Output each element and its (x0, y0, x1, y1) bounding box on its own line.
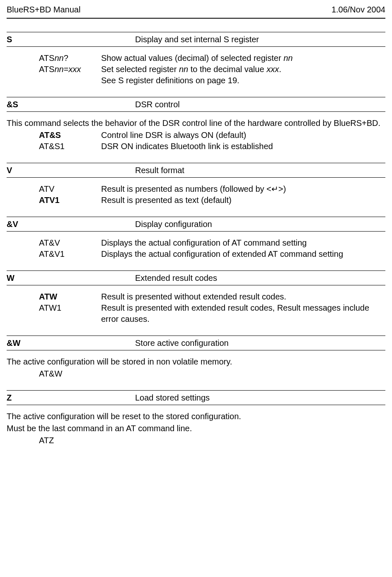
cmd-desc: Result is presented without extended res… (101, 291, 385, 302)
cmd-blank (39, 75, 101, 86)
cmd-atw: ATW (39, 291, 101, 302)
cmd-desc: Set selected register nn to the decimal … (101, 64, 385, 75)
cmd-ital2: xxx (68, 65, 81, 74)
cmd-row: ATSnn=xxx Set selected register nn to th… (39, 64, 385, 75)
desc-ital2: xxx (266, 65, 279, 74)
section-letter: &V (7, 219, 135, 230)
section-title: Display configuration (135, 219, 212, 230)
cmd-atw1: ATW1 (39, 302, 101, 325)
section-letter: S (7, 34, 135, 45)
cmd-row: ATZ (39, 435, 385, 446)
doc-title: BlueRS+BD Manual (7, 4, 80, 15)
section-ampv-header: &V Display configuration (7, 217, 385, 232)
cmd-desc: Show actual values (decimal) of selected… (101, 53, 385, 64)
doc-version: 1.06/Nov 2004 (332, 4, 385, 15)
cmd-desc (101, 368, 385, 379)
cmd-desc: See S register definitions on page 19. (101, 75, 385, 86)
cmd-atampw: AT&W (39, 368, 101, 379)
desc-ital: nn (283, 53, 293, 63)
cmd-post: ? (64, 53, 68, 63)
cmd-row: AT&V1 Displays the actual configuration … (39, 249, 385, 260)
section-z-body: The active configuration will be reset t… (7, 411, 385, 446)
section-letter: Z (7, 392, 135, 403)
cmd-row: See S register definitions on page 19. (39, 75, 385, 86)
section-intro: The active configuration will be stored … (7, 356, 385, 367)
cmd-atv1: ATV1 (39, 195, 101, 206)
cmd-desc: Displays the actual configuration of AT … (101, 237, 385, 249)
cmd-atv: ATV (39, 183, 101, 195)
section-title: Store active configuration (135, 338, 229, 349)
cmd-row: AT&S1 DSR ON indicates Bluetooth link is… (39, 141, 385, 152)
cmd-desc: Control line DSR is always ON (default) (101, 130, 385, 141)
section-title: Load stored settings (135, 392, 210, 403)
cmd-atampv1: AT&V1 (39, 249, 101, 260)
cmd-row: ATV1 Result is presented as text (defaul… (39, 195, 385, 206)
section-w-body: ATW Result is presented without extended… (7, 291, 385, 325)
cmd-pre: ATS (39, 65, 54, 74)
cmd-mid: = (64, 65, 69, 74)
cmd-atz: ATZ (39, 435, 101, 446)
section-amps-header: &S DSR control (7, 97, 385, 112)
section-letter: V (7, 165, 135, 176)
cmd-row: ATW Result is presented without extended… (39, 291, 385, 302)
section-intro: This command selects the behavior of the… (7, 118, 385, 129)
desc-pre: Show actual values (decimal) of selected… (101, 53, 283, 63)
cmd-desc: Result is presented as numbers (followed… (101, 183, 385, 195)
cmd-atsnn-q: ATSnn? (39, 53, 101, 64)
page-header: BlueRS+BD Manual 1.06/Nov 2004 (7, 4, 385, 15)
section-s-header: S Display and set internal S register (7, 32, 385, 47)
cmd-desc (101, 435, 385, 446)
cmd-atamps1: AT&S1 (39, 141, 101, 152)
desc-mid: to the decimal value (188, 65, 266, 74)
desc-post: . (279, 65, 281, 74)
desc-pre: Set selected register (101, 65, 179, 74)
section-w-header: W Extended result codes (7, 271, 385, 285)
cmd-row: ATV Result is presented as numbers (foll… (39, 183, 385, 195)
cmd-atamps: AT&S (39, 130, 101, 141)
section-s-body: ATSnn? Show actual values (decimal) of s… (7, 53, 385, 86)
section-extra: Must be the last command in an AT comman… (7, 423, 385, 434)
section-ampw-header: &W Store active configuration (7, 336, 385, 350)
cmd-desc: DSR ON indicates Bluetooth link is estab… (101, 141, 385, 152)
section-ampw-body: The active configuration will be stored … (7, 356, 385, 379)
cmd-atampv: AT&V (39, 237, 101, 249)
section-letter: &W (7, 338, 135, 349)
section-title: Extended result codes (135, 273, 217, 284)
section-title: Result format (135, 165, 184, 176)
desc-ital: nn (179, 65, 188, 74)
section-title: Display and set internal S register (135, 34, 259, 45)
section-v-body: ATV Result is presented as numbers (foll… (7, 183, 385, 206)
cmd-ital: nn (54, 65, 63, 74)
section-letter: W (7, 273, 135, 284)
cmd-ital: nn (54, 53, 63, 63)
section-amps-body: This command selects the behavior of the… (7, 118, 385, 152)
cmd-atsnn-eq: ATSnn=xxx (39, 64, 101, 75)
cmd-pre: ATS (39, 53, 54, 63)
section-ampv-body: AT&V Displays the actual configuration o… (7, 237, 385, 260)
cmd-row: AT&V Displays the actual configuration o… (39, 237, 385, 249)
section-title: DSR control (135, 99, 180, 110)
section-intro: The active configuration will be reset t… (7, 411, 385, 422)
section-v-header: V Result format (7, 163, 385, 178)
cmd-desc: Result is presented with extended result… (101, 302, 385, 325)
title-rule (7, 18, 385, 19)
section-letter: &S (7, 99, 135, 110)
cmd-row: ATW1 Result is presented with extended r… (39, 302, 385, 325)
cmd-row: AT&W (39, 368, 385, 379)
cmd-row: ATSnn? Show actual values (decimal) of s… (39, 53, 385, 64)
section-z-header: Z Load stored settings (7, 391, 385, 405)
cmd-row: AT&S Control line DSR is always ON (defa… (39, 130, 385, 141)
cmd-desc: Result is presented as text (default) (101, 195, 385, 206)
cmd-desc: Displays the actual configuration of ext… (101, 249, 385, 260)
